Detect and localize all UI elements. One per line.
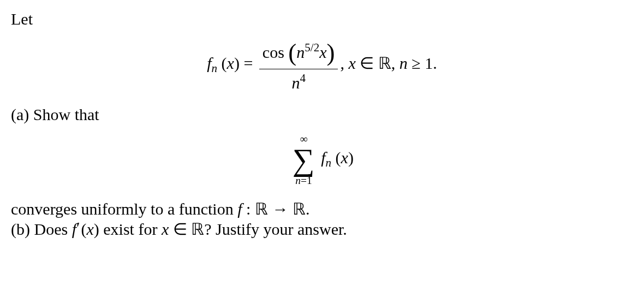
fn-tail-comma: , (340, 54, 348, 72)
part-a-after: converges uniformly to a function (11, 200, 237, 218)
part-b-mid: exist for (99, 220, 162, 238)
sum-term-lparen: ( (336, 148, 341, 167)
part-b-x: x (86, 220, 93, 238)
part-b-q: ? Justify your answer. (204, 220, 347, 238)
part-b-prime: ′ (76, 218, 80, 236)
part-b-x2: x (162, 220, 169, 238)
part-a-label: (a) Show that (11, 105, 633, 124)
fn-tail-comma2: , (391, 54, 399, 72)
fn-definition: fn (x) = cos (n5/2x) n4 , x ∈ ℝ, n ≥ 1. (11, 38, 633, 92)
sum-term-f: f (321, 148, 325, 167)
part-b-lparen: ( (81, 220, 86, 238)
fn-arg-lparen: ( (222, 54, 227, 72)
fn-den-n: n (291, 74, 300, 92)
fn-num-exp: 5/2 (305, 41, 319, 54)
part-a-sum: ∞ ∑ n=1 fn (x) (11, 134, 633, 186)
fn-arg-rparen: ) (234, 54, 240, 72)
sum-lower-n: n (295, 175, 301, 186)
fn-tail-geq: ≥ 1. (408, 54, 437, 72)
part-b-pre: (b) Does (11, 220, 72, 238)
sigma-icon: ∑ (293, 144, 315, 175)
part-b: (b) Does f′ (x) exist for x ∈ ℝ? Justify… (11, 218, 633, 239)
part-a-period: . (306, 200, 310, 218)
part-a-R1: ℝ (255, 200, 268, 218)
fn-tail-R: ℝ (378, 54, 391, 72)
sum-term-sub: n (326, 157, 332, 170)
sum-term-x: x (341, 148, 348, 167)
sum-lower-eq: =1 (301, 175, 312, 186)
fn-bigr: ) (326, 39, 335, 66)
part-a-colon: : (242, 200, 255, 218)
part-a-arrow: → (268, 200, 293, 218)
part-b-R: ℝ (191, 220, 204, 238)
part-a-conclusion: converges uniformly to a function f : ℝ … (11, 199, 633, 218)
fn-arg-x: x (227, 54, 234, 72)
fn-tail-n: n (399, 54, 408, 72)
fn-fraction: cos (n5/2x) n4 (259, 38, 338, 92)
part-b-in: ∈ (169, 220, 191, 238)
summation: ∞ ∑ n=1 (293, 134, 315, 186)
fn-f: f (207, 54, 211, 72)
part-b-f: f (72, 220, 76, 238)
fn-bigl: ( (288, 39, 296, 66)
fn-eq: = (243, 54, 257, 72)
fn-num-x: x (319, 43, 326, 61)
part-b-rparen: ) (94, 220, 99, 238)
fn-tail-in: ∈ (356, 54, 378, 72)
part-a-R2: ℝ (293, 200, 306, 218)
fn-num-n: n (296, 43, 305, 61)
fn-sub-n: n (212, 62, 218, 75)
fn-den-exp: 4 (300, 72, 306, 85)
sum-term-rparen: ) (348, 148, 354, 167)
intro-text: Let (11, 10, 633, 28)
fn-tail-x: x (348, 54, 355, 72)
fn-cos: cos (263, 43, 289, 61)
part-a-f: f (237, 200, 242, 218)
